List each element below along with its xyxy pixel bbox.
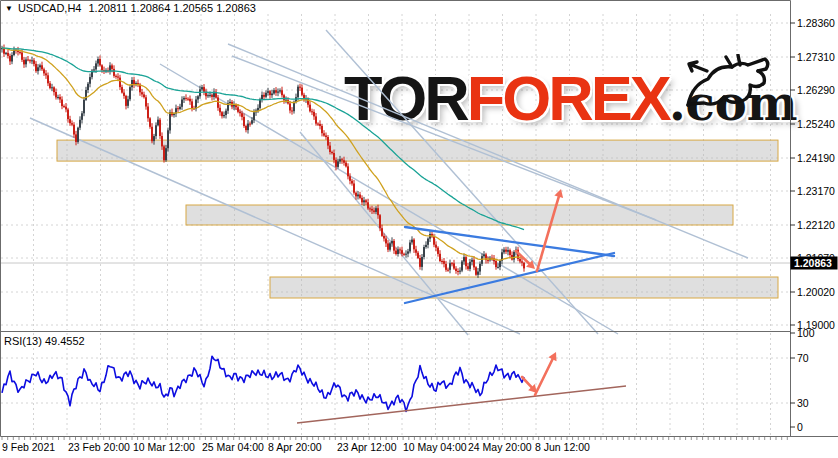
chart-window: TORFOREX.com ▼USDCAD,H41.20811 1.20864 1… [0,0,838,458]
rsi-pane-area[interactable] [0,332,790,436]
ohlc-values: 1.20811 1.20864 1.20565 1.20863 [89,2,256,14]
chart-title: ▼USDCAD,H41.20811 1.20864 1.20565 1.2086… [5,2,256,14]
dropdown-triangle-icon: ▼ [5,4,13,13]
price-axis-area[interactable] [790,0,838,436]
main-chart-area[interactable] [0,14,790,330]
symbol-timeframe-label: USDCAD,H4 [18,2,82,14]
time-axis-area[interactable] [0,437,838,458]
